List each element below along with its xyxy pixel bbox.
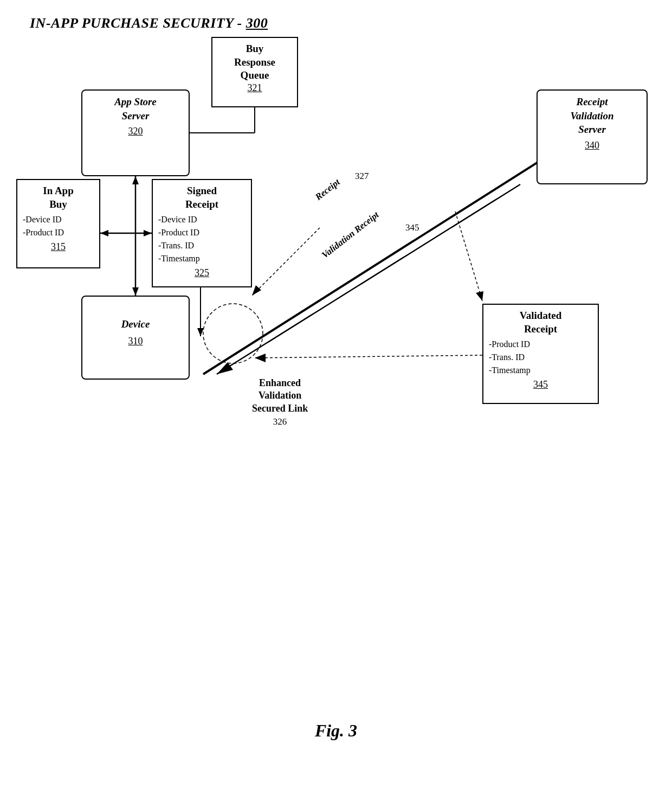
svg-marker-15 [252,285,261,296]
svg-marker-8 [144,230,152,236]
vr-item-1: -Product ID [489,338,592,351]
svg-line-12 [217,184,520,374]
receipt-diagonal-label: Receipt [313,177,342,203]
iab-number: 315 [23,241,94,253]
iab-item-2: -Product ID [23,226,94,239]
signed-receipt-box: Signed Receipt -Device ID -Product ID -T… [152,179,252,287]
sr-item-4: -Timestamp [158,252,245,265]
vr-line2: Receipt [489,323,592,336]
validation-receipt-diagonal-label: Validation Receipt [320,209,381,261]
evsl-label: Enhanced Validation Secured Link 326 [252,377,308,428]
iab-items: -Device ID -Product ID [23,213,94,239]
svg-marker-6 [132,176,139,184]
vr-item-3: -Timestamp [489,364,592,377]
sr-items: -Device ID -Product ID -Trans. ID -Times… [158,213,245,265]
vr-items: -Product ID -Trans. ID -Timestamp [489,338,592,377]
sr-line1: Signed [158,184,245,198]
iab-item-1: -Device ID [23,213,94,226]
evsl-line1: Enhanced [252,377,308,389]
svg-marker-9 [100,230,108,236]
brq-number: 321 [218,82,292,94]
svg-line-14 [252,228,320,296]
sr-line2: Receipt [158,198,245,211]
sr-item-2: -Product ID [158,226,245,239]
page-title: IN-APP PURCHASE SECURITY - 300 [30,15,268,31]
vr-item-2: -Trans. ID [489,351,592,364]
ass-line1: App Store [88,95,183,109]
iab-line1: In App [23,184,94,198]
in-app-buy-box: In App Buy -Device ID -Product ID 315 [16,179,100,268]
sr-item-1: -Device ID [158,213,245,226]
evsl-line3: Secured Link [252,402,308,415]
svg-line-16 [455,211,482,301]
label-345: 345 [405,222,419,233]
sr-number: 325 [158,267,245,279]
evsl-line2: Validation [252,389,308,402]
brq-line3: Queue [218,69,292,82]
ass-number: 320 [88,126,183,137]
buy-response-queue-box: Buy Response Queue 321 [211,37,298,107]
sr-item-3: -Trans. ID [158,239,245,252]
rvs-line1: Receipt [543,95,641,109]
evsl-num: 326 [252,416,308,428]
device-number: 310 [88,336,183,347]
label-327: 327 [355,171,369,182]
svg-marker-20 [255,354,266,362]
validated-receipt-box: Validated Receipt -Product ID -Trans. ID… [482,304,599,404]
brq-line2: Response [218,56,292,69]
title-text: IN-APP PURCHASE SECURITY - [30,15,246,31]
receipt-validation-server-box: Receipt Validation Server 340 [537,89,648,184]
svg-marker-5 [132,287,139,296]
svg-line-19 [255,355,482,358]
vr-number: 345 [489,379,592,390]
device-box: Device 310 [81,296,190,380]
rvs-number: 340 [543,140,641,151]
device-line1: Device [88,317,183,331]
vr-line1: Validated [489,309,592,323]
svg-marker-22 [197,328,204,336]
rvs-line2: Validation [543,109,641,123]
svg-point-18 [203,304,263,363]
diagram-container: IN-APP PURCHASE SECURITY - 300 [0,0,672,795]
rvs-line3: Server [543,123,641,137]
brq-line1: Buy [218,42,292,56]
iab-line2: Buy [23,198,94,211]
svg-marker-17 [476,291,483,301]
figure-label: Fig. 3 [0,721,672,741]
svg-marker-13 [217,362,233,374]
ass-line2: Server [88,109,183,123]
title-number: 300 [246,15,268,31]
app-store-server-box: App Store Server 320 [81,89,190,176]
